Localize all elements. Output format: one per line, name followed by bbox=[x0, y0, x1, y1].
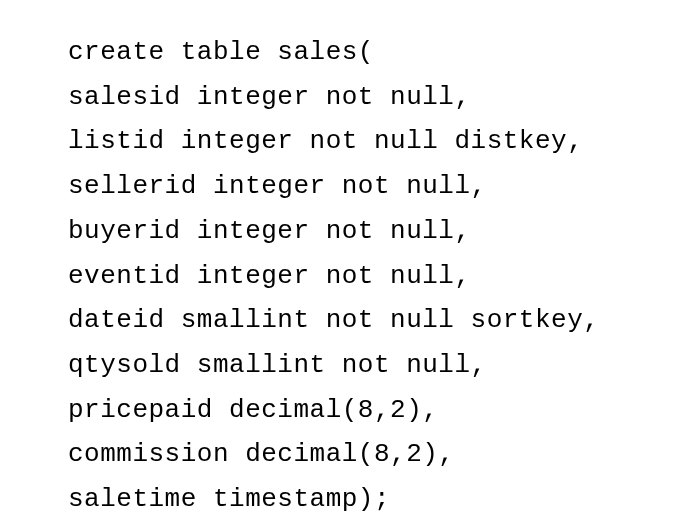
code-line: eventid integer not null, bbox=[68, 254, 700, 299]
code-line: pricepaid decimal(8,2), bbox=[68, 388, 700, 433]
code-line: salesid integer not null, bbox=[68, 75, 700, 120]
code-line: listid integer not null distkey, bbox=[68, 119, 700, 164]
code-line: create table sales( bbox=[68, 30, 700, 75]
code-line: sellerid integer not null, bbox=[68, 164, 700, 209]
code-line: buyerid integer not null, bbox=[68, 209, 700, 254]
code-block: create table sales( salesid integer not … bbox=[68, 30, 700, 522]
code-line: dateid smallint not null sortkey, bbox=[68, 298, 700, 343]
code-line: saletime timestamp); bbox=[68, 477, 700, 522]
code-line: qtysold smallint not null, bbox=[68, 343, 700, 388]
code-line: commission decimal(8,2), bbox=[68, 432, 700, 477]
